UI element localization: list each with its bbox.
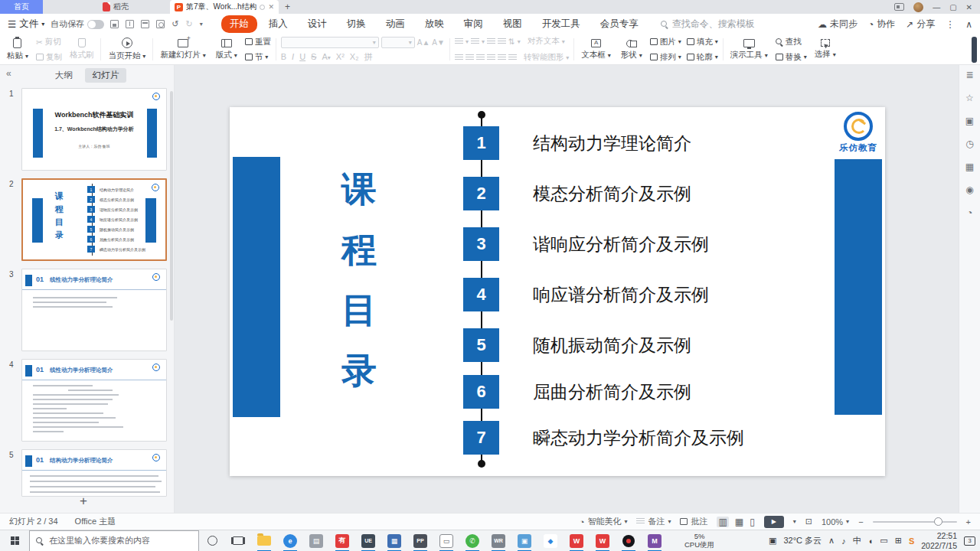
slide-thumbnail-4[interactable]: 01 线性动力学分析理论简介 <box>21 359 167 442</box>
print-preview-icon[interactable] <box>156 20 165 28</box>
taskbar-app-pp[interactable]: PP <box>407 530 433 551</box>
subscript-button[interactable]: X₂ <box>350 52 359 61</box>
outline-button[interactable]: 轮廓 ▾ <box>687 52 718 63</box>
superscript-button[interactable]: X² <box>336 52 345 61</box>
taskbar-app-wr[interactable]: WR <box>485 530 511 551</box>
taskbar-app-recorder[interactable] <box>616 530 642 551</box>
numbered-list-icon[interactable] <box>471 38 479 45</box>
zoom-level[interactable]: 100%▾ <box>822 517 849 527</box>
current-slide[interactable]: 课 程 目 录 1 结构动力学理论简介 2 模态分析简介及示例 3 <box>230 107 885 476</box>
tab-animation[interactable]: 动画 <box>377 15 413 33</box>
shapes-button[interactable]: 形状 ▾ <box>619 39 645 60</box>
start-button[interactable] <box>0 530 29 551</box>
home-tab[interactable]: 首页 <box>0 0 43 14</box>
tab-insert[interactable]: 插入 <box>260 15 296 33</box>
align-right-icon[interactable] <box>476 54 485 61</box>
sorter-view-icon[interactable]: ▦ <box>735 517 743 527</box>
comments-button[interactable]: 批注 <box>680 516 707 527</box>
panel-scrollbar[interactable] <box>170 91 173 321</box>
tab-slides[interactable]: 幻灯片 <box>85 68 127 83</box>
increase-indent-icon[interactable] <box>498 38 506 45</box>
list-item[interactable]: 3 谐响应分析简介及示例 <box>463 227 709 261</box>
file-menu-button[interactable]: ☰ 文件 ▾ <box>8 18 44 31</box>
save-icon[interactable] <box>110 20 119 28</box>
tab-devtools[interactable]: 开发工具 <box>534 15 589 33</box>
fit-to-window-icon[interactable]: ⊡ <box>805 517 812 527</box>
pages-icon[interactable]: ▣ <box>965 116 974 126</box>
normal-view-icon[interactable]: ▥ <box>717 517 728 527</box>
image-tool-icon[interactable]: ▦ <box>965 161 974 172</box>
slide-canvas[interactable]: 课 程 目 录 1 结构动力学理论简介 2 模态分析简介及示例 3 <box>175 65 959 513</box>
align-text-button[interactable]: 对齐文本 ▾ <box>528 36 565 47</box>
collaborate-button[interactable]: ◔ 协作 <box>868 18 895 31</box>
textbox-button[interactable]: A 文本框 ▾ <box>579 39 612 60</box>
microphone-icon[interactable]: ♪ <box>841 536 846 546</box>
list-item[interactable]: 5 随机振动简介及示例 <box>463 328 691 362</box>
notification-center-icon[interactable]: 3 <box>964 536 975 546</box>
minimize-button[interactable]: — <box>933 3 940 11</box>
taskbar-app-photos[interactable]: ▣ <box>511 530 537 551</box>
tab-outline[interactable]: 大纲 <box>47 68 80 83</box>
tab-transition[interactable]: 切换 <box>338 15 374 33</box>
taskbar-app-wps2[interactable]: W <box>590 530 616 551</box>
section-button[interactable]: 节 ▾ <box>245 52 271 63</box>
more-icon[interactable]: ⋮ <box>946 19 955 30</box>
taskbar-app-ue[interactable]: UE <box>355 530 381 551</box>
slide-thumbnail-5[interactable]: 01 结构动力学分析理论简介 <box>21 449 167 497</box>
document-tab[interactable]: P 第7章、Work...h结构动力学分析 ✕ <box>170 0 279 14</box>
scrollbar-thumb[interactable] <box>972 37 977 63</box>
favorites-icon[interactable]: ☆ <box>965 93 974 103</box>
sync-status[interactable]: ☁ 未同步 <box>818 18 858 31</box>
tab-home[interactable]: 开始 <box>221 15 257 33</box>
italic-button[interactable]: I <box>292 52 294 61</box>
taskbar-app-wechat[interactable]: ✆ <box>459 530 485 551</box>
play-from-current-button[interactable]: 当页开始 ▾ <box>106 37 148 61</box>
tab-close-icon[interactable]: ✕ <box>268 3 274 11</box>
find-button[interactable]: 查找 <box>776 37 807 47</box>
smart-beautify-button[interactable]: ◔ 智能美化▾ <box>580 516 628 527</box>
slideshow-play-button[interactable]: ▶ <box>764 516 784 528</box>
align-left-icon[interactable] <box>455 54 463 61</box>
cortana-button[interactable] <box>199 530 225 551</box>
chevron-down-icon[interactable]: ▾ <box>200 21 203 28</box>
zoom-slider[interactable] <box>873 521 957 523</box>
volume-icon[interactable]: ◖ <box>868 536 874 546</box>
news-tray-icon[interactable]: ▣ <box>769 536 776 546</box>
add-slide-button[interactable]: + <box>80 494 87 509</box>
clock-icon[interactable]: ◔ <box>967 207 972 218</box>
list-item[interactable]: 1 结构动力学理论简介 <box>463 126 691 160</box>
zoom-slider-knob[interactable] <box>934 517 942 526</box>
align-center-icon[interactable] <box>466 54 474 61</box>
taskbar-app-red[interactable]: 有 <box>329 530 355 551</box>
close-button[interactable]: ✕ <box>966 3 972 11</box>
replace-button[interactable]: 替换 ▾ <box>776 52 807 63</box>
distribute-icon[interactable] <box>498 54 506 61</box>
fill-button[interactable]: 填充 ▾ <box>687 37 718 47</box>
cut-button[interactable]: ✂ 剪切 <box>36 37 62 47</box>
columns-icon[interactable] <box>508 54 517 61</box>
to-smartart-button[interactable]: 转智能图形 ▾ <box>524 52 569 63</box>
shrink-font-icon[interactable]: A▼ <box>432 38 445 47</box>
slide-thumbnail-2[interactable]: 课程目录 1结构动力学理论简介 2模态分析简介及示例 3谐响应分析简介及示例 4… <box>21 178 167 261</box>
drag-handle-icon[interactable]: ≣ <box>965 70 973 80</box>
autosave-toggle[interactable] <box>87 20 104 29</box>
taskbar-app-m[interactable]: M <box>642 530 668 551</box>
list-item[interactable]: 7 瞬态动力学分析简介及示例 <box>463 421 744 455</box>
display-icon[interactable]: ▭ <box>880 536 887 546</box>
collapse-panel-icon[interactable]: « <box>6 68 11 79</box>
clock[interactable]: 22:51 2022/7/15 <box>921 531 957 550</box>
presentation-tools-button[interactable]: 演示工具 ▾ <box>728 39 770 60</box>
bullet-list-icon[interactable] <box>455 38 463 45</box>
sharex-icon[interactable]: S <box>909 536 914 546</box>
decrease-indent-icon[interactable] <box>487 38 495 45</box>
slide-thumbnail-3[interactable]: 01 线性动力学分析理论简介 <box>21 269 167 351</box>
network-icon[interactable]: ⊞ <box>895 536 902 546</box>
pinyin-button[interactable]: 拼 <box>364 51 372 63</box>
redo-icon[interactable]: ↻ <box>185 19 192 29</box>
export-icon[interactable] <box>126 20 134 28</box>
font-name-combo[interactable]: ▾ <box>281 37 379 48</box>
notes-button[interactable]: 备注▾ <box>636 516 671 527</box>
tab-slideshow[interactable]: 放映 <box>416 15 452 33</box>
new-tab-button[interactable]: + <box>285 0 290 14</box>
taskbar-app-edge[interactable]: e <box>277 530 303 551</box>
